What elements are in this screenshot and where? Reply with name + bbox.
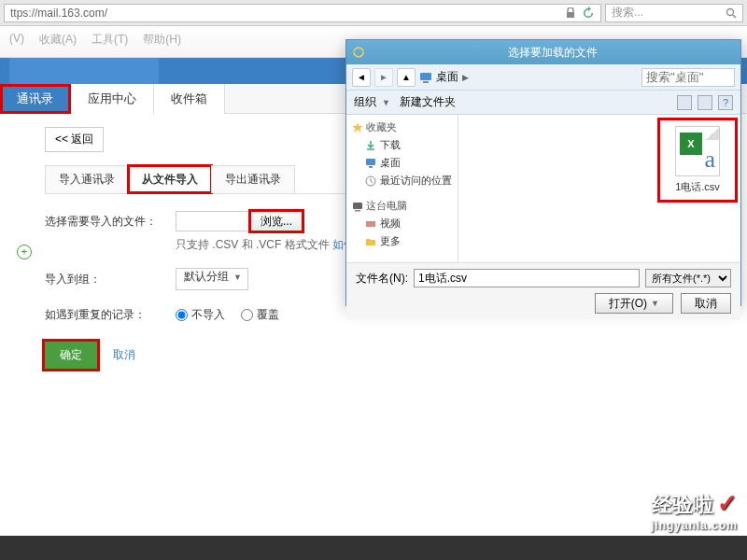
- download-icon: [365, 140, 376, 151]
- tab-app-center[interactable]: 应用中心: [71, 84, 154, 114]
- svg-rect-5: [423, 81, 429, 83]
- filename-input[interactable]: [414, 269, 640, 287]
- menu-help[interactable]: 帮助(H): [143, 32, 181, 51]
- bottom-bar: [0, 536, 747, 560]
- view-mode-icon[interactable]: [677, 95, 692, 110]
- dialog-toolbar: 组织▼ 新建文件夹 ?: [346, 91, 740, 115]
- browser-address-bar: ttps://mail.163.com/ 搜索...: [0, 0, 747, 26]
- ie-icon: [352, 46, 365, 59]
- svg-rect-0: [567, 12, 574, 18]
- file-label: 选择需要导入的文件：: [45, 214, 176, 230]
- nav-up-button[interactable]: ▲: [397, 68, 416, 87]
- pc-icon: [352, 201, 363, 212]
- search-placeholder: 搜索...: [612, 5, 643, 21]
- add-contact-button[interactable]: +: [17, 245, 32, 259]
- tab-inbox[interactable]: 收件箱: [154, 84, 225, 114]
- menu-view[interactable]: (V): [9, 32, 24, 51]
- new-folder-button[interactable]: 新建文件夹: [400, 94, 456, 110]
- tree-downloads[interactable]: 下载: [352, 136, 452, 154]
- tree-more[interactable]: 更多: [352, 232, 452, 250]
- crumb-desktop: 桌面: [436, 69, 458, 85]
- tree-videos[interactable]: 视频: [352, 215, 452, 232]
- tree-recent[interactable]: 最近访问的位置: [352, 172, 452, 189]
- chevron-right-icon: ▶: [462, 73, 469, 82]
- dialog-titlebar: 选择要加载的文件: [346, 40, 740, 64]
- dup-label: 如遇到重复的记录：: [45, 307, 176, 323]
- subtab-export[interactable]: 导出通讯录: [211, 165, 295, 193]
- file-name-label: 1电话.csv: [666, 180, 729, 194]
- refresh-icon[interactable]: [582, 7, 595, 20]
- action-row: 确定 取消: [45, 342, 728, 369]
- menu-favorites[interactable]: 收藏(A): [39, 32, 77, 51]
- svg-line-2: [733, 15, 736, 18]
- radio-cover-input[interactable]: [241, 309, 253, 321]
- dialog-body: 收藏夹 下载 桌面 最近访问的位置 这台电脑 视频: [346, 115, 740, 262]
- recent-icon: [365, 175, 376, 187]
- star-icon: [352, 122, 363, 133]
- svg-point-3: [354, 48, 363, 57]
- dialog-cancel-button[interactable]: 取消: [681, 293, 731, 314]
- subtab-from-file[interactable]: 从文件导入: [128, 165, 212, 193]
- folder-tree: 收藏夹 下载 桌面 最近访问的位置 这台电脑 视频: [346, 115, 458, 262]
- organize-menu[interactable]: 组织▼: [354, 94, 390, 110]
- csv-file-icon: X a: [675, 126, 720, 176]
- tab-contacts[interactable]: 通讯录: [0, 84, 71, 114]
- nav-back-button[interactable]: ◄: [352, 68, 371, 87]
- mail-logo: [9, 58, 159, 84]
- browser-search-input[interactable]: 搜索...: [605, 4, 743, 22]
- filename-label: 文件名(N):: [356, 271, 408, 287]
- dialog-title: 选择要加载的文件: [371, 45, 735, 61]
- svg-rect-7: [369, 166, 373, 168]
- svg-rect-6: [366, 159, 375, 165]
- menu-tools[interactable]: 工具(T): [92, 32, 128, 51]
- svg-rect-9: [353, 203, 362, 209]
- lock-icon: [565, 7, 576, 19]
- group-label: 导入到组：: [45, 272, 176, 287]
- back-button[interactable]: << 返回: [45, 127, 104, 152]
- tree-favorites[interactable]: 收藏夹: [352, 120, 452, 134]
- breadcrumb[interactable]: 桌面 ▶: [419, 69, 638, 85]
- help-icon[interactable]: ?: [718, 95, 733, 110]
- radio-skip-input[interactable]: [176, 309, 188, 321]
- dialog-nav: ◄ ► ▲ 桌面 ▶: [346, 64, 740, 91]
- file-path-input[interactable]: [176, 211, 250, 231]
- radio-skip[interactable]: 不导入: [176, 308, 225, 321]
- file-item-csv[interactable]: X a 1电话.csv: [662, 122, 733, 198]
- preview-pane-icon[interactable]: [698, 95, 712, 110]
- radio-cover[interactable]: 覆盖: [241, 308, 279, 321]
- desktop-icon: [419, 71, 432, 84]
- open-button[interactable]: 打开(O)▼: [595, 293, 673, 314]
- file-list: X a 1电话.csv: [458, 115, 740, 262]
- tree-desktop[interactable]: 桌面: [352, 154, 452, 172]
- check-icon: ✓: [717, 489, 738, 517]
- watermark: 经验啦✓ jingyanla.com: [651, 489, 738, 532]
- dialog-bottom: 文件名(N): 所有文件(*.*) 打开(O)▼ 取消: [346, 262, 740, 319]
- search-icon[interactable]: [726, 7, 737, 19]
- group-select[interactable]: 默认分组: [176, 268, 248, 290]
- video-icon: [365, 218, 376, 230]
- browse-button[interactable]: 浏览...: [250, 211, 303, 231]
- folder-icon: [365, 236, 376, 247]
- svg-rect-4: [420, 73, 431, 80]
- file-open-dialog: 选择要加载的文件 ◄ ► ▲ 桌面 ▶ 组织▼ 新建文件夹 ? 收藏夹 下载: [345, 39, 741, 306]
- desktop-small-icon: [365, 158, 376, 169]
- dialog-search-input[interactable]: [641, 68, 735, 87]
- url-input[interactable]: ttps://mail.163.com/: [4, 4, 601, 22]
- svg-rect-10: [355, 210, 360, 212]
- svg-point-1: [727, 8, 734, 15]
- filetype-select[interactable]: 所有文件(*.*): [645, 269, 731, 287]
- svg-rect-11: [366, 221, 375, 227]
- subtab-import[interactable]: 导入通讯录: [45, 165, 129, 193]
- nav-forward-button[interactable]: ►: [374, 68, 393, 87]
- confirm-button[interactable]: 确定: [45, 342, 97, 369]
- url-text: ttps://mail.163.com/: [10, 7, 107, 20]
- cancel-link[interactable]: 取消: [113, 348, 135, 361]
- tree-this-pc[interactable]: 这台电脑: [352, 199, 452, 213]
